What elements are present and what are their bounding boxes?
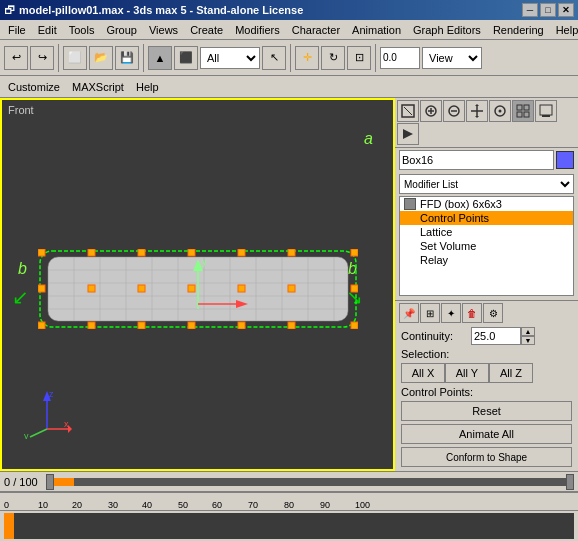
pin-btn[interactable]: 📌 xyxy=(399,303,419,323)
undo-button[interactable]: ↩ xyxy=(4,46,28,70)
svg-rect-68 xyxy=(540,105,552,115)
tick-80: 80 xyxy=(284,500,294,510)
zoom-extents-btn[interactable] xyxy=(397,100,419,122)
new-scene-button[interactable]: ⬜ xyxy=(63,46,87,70)
modifier-dropdown-row: Modifier List xyxy=(399,174,574,194)
svg-rect-64 xyxy=(517,105,522,110)
object-name-input[interactable]: Box16 xyxy=(399,150,554,170)
menu-modifiers[interactable]: Modifiers xyxy=(229,22,286,38)
select-object-button[interactable]: ↖ xyxy=(262,46,286,70)
minimize-button[interactable]: ─ xyxy=(522,3,538,17)
timeline-scroll-right[interactable] xyxy=(566,474,574,490)
modifier-control-points-label: Control Points xyxy=(420,212,489,224)
modifier-ffd-label: FFD (box) 6x6x3 xyxy=(420,198,502,210)
view-dropdown[interactable]: View xyxy=(422,47,482,69)
show-end-result-btn[interactable]: ⊞ xyxy=(420,303,440,323)
menu-animation[interactable]: Animation xyxy=(346,22,407,38)
conform-to-shape-button[interactable]: Conform to Shape xyxy=(401,447,572,467)
menu-graph-editors[interactable]: Graph Editors xyxy=(407,22,487,38)
menu-group[interactable]: Group xyxy=(100,22,143,38)
menu-create[interactable]: Create xyxy=(184,22,229,38)
timeline-thumb[interactable] xyxy=(4,513,14,539)
svg-rect-24 xyxy=(38,285,45,292)
menu-file[interactable]: File xyxy=(2,22,32,38)
continuity-down-btn[interactable]: ▼ xyxy=(521,336,535,345)
redo-button[interactable]: ↪ xyxy=(30,46,54,70)
svg-marker-47 xyxy=(68,425,72,433)
svg-text:x: x xyxy=(64,419,69,429)
control-points-section-label: Control Points: xyxy=(401,386,473,398)
main-content: Front a b b ↙ ↘ xyxy=(0,98,578,471)
toolbar-separator-4 xyxy=(375,44,376,72)
title-bar-controls[interactable]: ─ □ ✕ xyxy=(522,3,574,17)
menu-character[interactable]: Character xyxy=(286,22,346,38)
menu-edit[interactable]: Edit xyxy=(32,22,63,38)
menu-help[interactable]: Help xyxy=(550,22,578,38)
modifier-relay[interactable]: Relay xyxy=(400,253,573,267)
object-color-swatch[interactable] xyxy=(556,151,574,169)
svg-marker-60 xyxy=(475,104,479,106)
save-file-button[interactable]: 💾 xyxy=(115,46,139,70)
tick-10: 10 xyxy=(38,500,48,510)
tick-100: 100 xyxy=(355,500,370,510)
menu-help2[interactable]: Help xyxy=(132,80,163,94)
move-button[interactable]: ✛ xyxy=(295,46,319,70)
toolbar-separator-2 xyxy=(143,44,144,72)
timeline-scroll-left[interactable] xyxy=(46,474,54,490)
status-bar: 0 / 100 xyxy=(0,471,578,491)
zoom-out-btn[interactable] xyxy=(443,100,465,122)
select-region-button[interactable]: ⬛ xyxy=(174,46,198,70)
open-file-button[interactable]: 📂 xyxy=(89,46,113,70)
menu-customize[interactable]: Customize xyxy=(4,80,64,94)
make-unique-btn[interactable]: ✦ xyxy=(441,303,461,323)
title-text: model-pillow01.max - 3ds max 5 - Stand-a… xyxy=(19,4,303,16)
modifier-control-points[interactable]: Control Points xyxy=(400,211,573,225)
continuity-label: Continuity: xyxy=(401,330,471,342)
maximize-viewport-btn[interactable] xyxy=(512,100,534,122)
menu-bar: File Edit Tools Group Views Create Modif… xyxy=(0,20,578,40)
pillow-mesh: y xyxy=(38,249,358,329)
rotate-button[interactable]: ↻ xyxy=(321,46,345,70)
render-btn[interactable] xyxy=(535,100,557,122)
svg-rect-65 xyxy=(524,105,529,110)
viewport-front[interactable]: Front a b b ↙ ↘ xyxy=(0,98,395,471)
status-slider[interactable] xyxy=(54,478,566,486)
timeline-track[interactable] xyxy=(4,513,574,539)
svg-rect-22 xyxy=(288,249,295,256)
svg-rect-35 xyxy=(238,322,245,329)
select-button[interactable]: ▲ xyxy=(148,46,172,70)
menu-tools[interactable]: Tools xyxy=(63,22,101,38)
menu-rendering[interactable]: Rendering xyxy=(487,22,550,38)
svg-rect-36 xyxy=(288,322,295,329)
scale-button[interactable]: ⊡ xyxy=(347,46,371,70)
close-button[interactable]: ✕ xyxy=(558,3,574,17)
pan-btn[interactable] xyxy=(466,100,488,122)
modifier-ffd[interactable]: FFD (box) 6x6x3 xyxy=(400,197,573,211)
coord-x-input[interactable]: 0.0 xyxy=(380,47,420,69)
maximize-button[interactable]: □ xyxy=(540,3,556,17)
continuity-up-btn[interactable]: ▲ xyxy=(521,327,535,336)
all-z-button[interactable]: All Z xyxy=(489,363,533,383)
modifier-list-dropdown[interactable]: Modifier List xyxy=(399,174,574,194)
remove-modifier-btn[interactable]: 🗑 xyxy=(462,303,482,323)
reset-button[interactable]: Reset xyxy=(401,401,572,421)
all-x-button[interactable]: All X xyxy=(401,363,445,383)
configure-modifier-btn[interactable]: ⚙ xyxy=(483,303,503,323)
arrow-left: ↙ xyxy=(12,285,29,309)
svg-marker-61 xyxy=(475,116,479,118)
frame-counter: 0 / 100 xyxy=(4,476,38,488)
arc-rotate-btn[interactable] xyxy=(489,100,511,122)
modifier-lattice[interactable]: Lattice xyxy=(400,225,573,239)
continuity-input[interactable]: 25.0 xyxy=(471,327,521,345)
all-y-button[interactable]: All Y xyxy=(445,363,489,383)
modifier-set-volume-label: Set Volume xyxy=(420,240,476,252)
modifier-set-volume[interactable]: Set Volume xyxy=(400,239,573,253)
title-bar-left: 🗗 model-pillow01.max - 3ds max 5 - Stand… xyxy=(4,4,303,16)
zoom-in-btn[interactable] xyxy=(420,100,442,122)
menu-views[interactable]: Views xyxy=(143,22,184,38)
selection-filter-dropdown[interactable]: All xyxy=(200,47,260,69)
quick-render-btn[interactable] xyxy=(397,123,419,145)
status-thumb[interactable] xyxy=(54,478,74,486)
menu-maxscript[interactable]: MAXScript xyxy=(68,80,128,94)
animate-all-button[interactable]: Animate All xyxy=(401,424,572,444)
